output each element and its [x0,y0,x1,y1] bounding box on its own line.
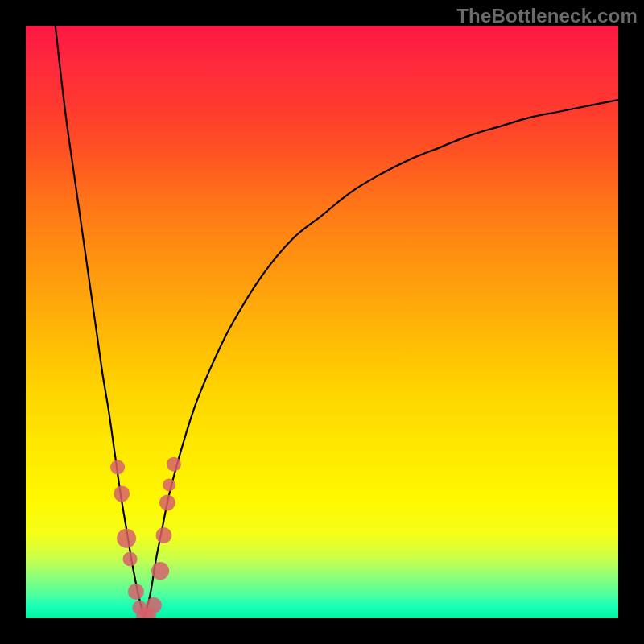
curve-layer [26,26,618,618]
plot-area [26,26,618,618]
watermark-text: TheBottleneck.com [456,5,638,27]
chart-frame: TheBottleneck.com [0,0,644,644]
marker-point [114,485,130,502]
marker-point [163,478,175,491]
marker-point [167,457,181,472]
series-left-branch [56,26,144,618]
marker-point [151,562,169,580]
marker-point [128,584,144,600]
marker-point [159,494,175,510]
marker-point [123,551,138,566]
marker-point [146,597,162,613]
marker-point [110,460,125,474]
marker-point [117,529,136,548]
marker-point [155,527,171,543]
series-right-branch [144,100,618,618]
